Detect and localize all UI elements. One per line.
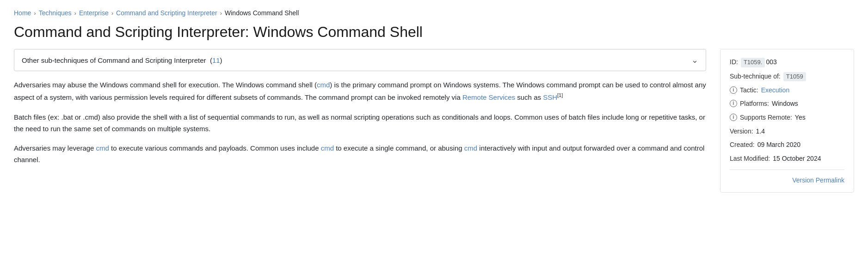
ssh-ref: [1]: [557, 92, 563, 98]
subtechniques-label: Other sub-techniques of Command and Scri…: [22, 56, 222, 64]
desc-p1-after-remote: such as: [515, 93, 543, 101]
description-para-3: Adversaries may leverage cmd to execute …: [14, 143, 706, 166]
sidebar-platforms-label: Platforms:: [740, 99, 769, 109]
cmd-link-4[interactable]: cmd: [464, 144, 477, 152]
sidebar-tactic-label: Tactic:: [740, 86, 758, 95]
desc-p3-after: to execute a single command, or abusing: [334, 144, 464, 152]
breadcrumb-techniques[interactable]: Techniques: [39, 9, 72, 17]
sidebar-id-value: T1059.003: [741, 58, 777, 67]
remote-services-link[interactable]: Remote Services: [462, 93, 515, 101]
breadcrumb-sep-1: ›: [34, 10, 36, 17]
sidebar-supports-remote-row: i Supports Remote: Yes: [730, 113, 844, 122]
version-permalink-link[interactable]: Version Permalink: [792, 176, 844, 184]
supports-remote-info-icon: i: [730, 114, 737, 121]
sidebar-last-modified-row: Last Modified: 15 October 2024: [730, 154, 844, 164]
breadcrumb-sep-4: ›: [220, 10, 222, 17]
sidebar-subtechnique-label: Sub-technique of:: [730, 72, 781, 81]
sidebar-subtechnique-row: Sub-technique of: T1059: [730, 72, 844, 81]
sidebar-version-label: Version:: [730, 127, 753, 136]
breadcrumb: Home › Techniques › Enterprise › Command…: [14, 9, 854, 17]
tactic-execution-link[interactable]: Execution: [761, 86, 789, 94]
description-para-1: Adversaries may abuse the Windows comman…: [14, 79, 706, 103]
sidebar-last-modified-label: Last Modified:: [730, 154, 770, 164]
sidebar-id-label: ID:: [730, 58, 738, 67]
sidebar-platforms-value: Windows: [772, 99, 798, 109]
sidebar-supports-remote-value: Yes: [795, 113, 806, 122]
sidebar-supports-remote-label: Supports Remote:: [740, 113, 792, 122]
desc-p1-before-cmd: Adversaries may abuse the Windows comman…: [14, 81, 317, 89]
sidebar-tactic-row: i Tactic: Execution: [730, 86, 844, 95]
desc-p3-before-cmd: Adversaries may leverage: [14, 144, 96, 152]
subtechnique-badge: T1059: [783, 72, 806, 81]
description-para-2: Batch files (ex: .bat or .cmd) also prov…: [14, 112, 706, 135]
sidebar-version-row: Version: 1.4: [730, 127, 844, 136]
cmd-link-3[interactable]: cmd: [321, 144, 334, 152]
breadcrumb-sep-3: ›: [111, 10, 113, 17]
sidebar-divider: [730, 170, 844, 170]
sidebar-id-num: 003: [766, 58, 776, 66]
tactic-info-icon: i: [730, 86, 737, 94]
sidebar-platforms-row: i Platforms: Windows: [730, 99, 844, 109]
subtechniques-count: 11: [212, 56, 220, 64]
sidebar-created-label: Created:: [730, 140, 755, 150]
sidebar-created-value: 09 March 2020: [757, 140, 800, 150]
page-title: Command and Scripting Interpreter: Windo…: [14, 23, 854, 41]
content-layout: Other sub-techniques of Command and Scri…: [14, 49, 854, 193]
sidebar-version-value: 1.4: [756, 127, 765, 136]
sidebar: ID: T1059.003 Sub-technique of: T1059 i …: [720, 49, 854, 193]
cmd-link-1[interactable]: cmd: [317, 81, 330, 89]
breadcrumb-home[interactable]: Home: [14, 9, 31, 17]
main-content: Other sub-techniques of Command and Scri…: [14, 49, 706, 174]
subtechniques-dropdown[interactable]: Other sub-techniques of Command and Scri…: [14, 49, 706, 71]
sidebar-subtechnique-value: T1059: [783, 72, 806, 81]
desc-p3-middle: to execute various commands and payloads…: [109, 144, 321, 152]
id-badge: T1059.: [741, 58, 765, 67]
cmd-link-2[interactable]: cmd: [96, 144, 109, 152]
sidebar-tactic-value: Execution: [761, 86, 789, 95]
breadcrumb-sep-2: ›: [74, 10, 76, 17]
breadcrumb-enterprise[interactable]: Enterprise: [79, 9, 109, 17]
sidebar-last-modified-value: 15 October 2024: [773, 154, 821, 164]
ssh-link[interactable]: SSH: [543, 93, 557, 101]
breadcrumb-csi[interactable]: Command and Scripting Interpreter: [116, 9, 217, 17]
breadcrumb-current: Windows Command Shell: [225, 9, 299, 17]
sidebar-id-row: ID: T1059.003: [730, 58, 844, 67]
platforms-info-icon: i: [730, 100, 737, 107]
subtechniques-label-text: Other sub-techniques of Command and Scri…: [22, 56, 206, 64]
dropdown-chevron-icon: ⌄: [691, 55, 698, 65]
sidebar-created-row: Created: 09 March 2020: [730, 140, 844, 150]
version-permalink-row: Version Permalink: [730, 176, 844, 184]
